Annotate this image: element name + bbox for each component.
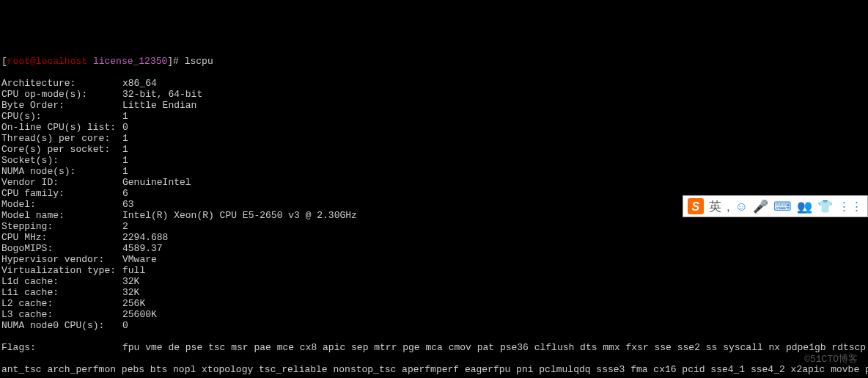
- lscpu-val: 1: [122, 111, 128, 122]
- lscpu-row: Core(s) per socket:1: [1, 144, 868, 155]
- lscpu-val: Intel(R) Xeon(R) CPU E5-2650 v3 @ 2.30GH…: [122, 210, 357, 221]
- lscpu-val: GenuineIntel: [122, 177, 191, 188]
- lscpu-row: Byte Order:Little Endian: [1, 100, 868, 111]
- prompt-at: @: [30, 56, 36, 67]
- lscpu-key: L1d cache:: [1, 276, 122, 287]
- lscpu-val: 0: [122, 122, 128, 133]
- lscpu-key: CPU family:: [1, 188, 122, 199]
- lscpu-key: Core(s) per socket:: [1, 144, 122, 155]
- ime-user-icon[interactable]: 👥: [797, 201, 812, 212]
- lscpu-val: 1: [122, 166, 128, 177]
- lscpu-val: 6: [122, 188, 128, 199]
- lscpu-key: CPU op-mode(s):: [1, 89, 122, 100]
- lscpu-row: Thread(s) per core:1: [1, 133, 868, 144]
- lscpu-val: x86_64: [122, 78, 157, 89]
- lscpu-key: Virtualization type:: [1, 265, 122, 276]
- prompt-host: localhost: [36, 56, 87, 67]
- lscpu-row: Stepping:2: [1, 221, 868, 232]
- prompt-user: root: [7, 56, 30, 67]
- lscpu-key: On-line CPU(s) list:: [1, 122, 122, 133]
- lscpu-key: Byte Order:: [1, 100, 122, 111]
- lscpu-key: NUMA node(s):: [1, 166, 122, 177]
- flags-label: Flags:: [1, 342, 122, 353]
- lscpu-key: Model name:: [1, 210, 122, 221]
- lscpu-row: L1d cache:32K: [1, 276, 868, 287]
- lscpu-val: 25600K: [122, 309, 157, 320]
- lscpu-row: Vendor ID:GenuineIntel: [1, 177, 868, 188]
- lscpu-key: CPU MHz:: [1, 232, 122, 243]
- watermark: ©51CTO博客: [804, 354, 858, 365]
- lscpu-val: 2: [122, 221, 128, 232]
- lscpu-val: 32K: [122, 287, 139, 298]
- ime-menu-icon[interactable]: ⋮⋮: [838, 201, 863, 212]
- lscpu-row: Virtualization type:full: [1, 265, 868, 276]
- lscpu-val: 2294.688: [122, 232, 168, 243]
- lscpu-key: NUMA node0 CPU(s):: [1, 320, 122, 331]
- ime-logo-icon[interactable]: S: [688, 198, 704, 214]
- lscpu-val: 4589.37: [122, 243, 163, 254]
- ime-keyboard-icon[interactable]: ⌨: [773, 201, 792, 212]
- lscpu-key: L1i cache:: [1, 287, 122, 298]
- lscpu-row: Architecture:x86_64: [1, 78, 868, 89]
- cmd-lscpu: lscpu: [185, 56, 213, 67]
- ime-voice-icon[interactable]: 🎤: [753, 201, 768, 212]
- flags-text-0: fpu vme de pse tsc msr pae mce cx8 apic …: [122, 342, 868, 353]
- lscpu-key: Vendor ID:: [1, 177, 122, 188]
- lscpu-key: Stepping:: [1, 221, 122, 232]
- lscpu-key: L3 cache:: [1, 309, 122, 320]
- bracket-close: ]#: [167, 56, 179, 67]
- lscpu-row: CPU(s):1: [1, 111, 868, 122]
- lscpu-row: CPU op-mode(s):32-bit, 64-bit: [1, 89, 868, 100]
- ime-skin-icon[interactable]: 👕: [817, 201, 833, 212]
- ime-punct-toggle[interactable]: ,: [727, 201, 730, 212]
- lscpu-key: Architecture:: [1, 78, 122, 89]
- lscpu-val: 1: [122, 144, 128, 155]
- lscpu-row: Socket(s):1: [1, 155, 868, 166]
- flags-line-2: ant_tsc arch_perfmon pebs bts nopl xtopo…: [1, 364, 868, 375]
- lscpu-val: Little Endian: [122, 100, 196, 111]
- lscpu-row: Hypervisor vendor:VMware: [1, 254, 868, 265]
- lscpu-val: 1: [122, 133, 128, 144]
- lscpu-val: VMware: [122, 254, 157, 265]
- lscpu-key: CPU(s):: [1, 111, 122, 122]
- lscpu-key: Socket(s):: [1, 155, 122, 166]
- prompt-line-1: [root@localhost license_12350]# lscpu: [1, 56, 868, 67]
- lscpu-val: 32K: [122, 276, 139, 287]
- lscpu-key: L2 cache:: [1, 298, 122, 309]
- lscpu-row: NUMA node(s):1: [1, 166, 868, 177]
- lscpu-row: NUMA node0 CPU(s):0: [1, 320, 868, 331]
- lscpu-val: full: [122, 265, 145, 276]
- lscpu-val: 0: [122, 320, 128, 331]
- bracket-open: [: [1, 56, 7, 67]
- lscpu-row: L2 cache:256K: [1, 298, 868, 309]
- lscpu-row: L3 cache:25600K: [1, 309, 868, 320]
- lscpu-row: CPU MHz:2294.688: [1, 232, 868, 243]
- ime-emoji-icon[interactable]: ☺: [735, 201, 748, 212]
- lscpu-key: Model:: [1, 199, 122, 210]
- lscpu-row: On-line CPU(s) list:0: [1, 122, 868, 133]
- lscpu-val: 256K: [122, 298, 145, 309]
- lscpu-key: BogoMIPS:: [1, 243, 122, 254]
- flags-line-1: Flags:fpu vme de pse tsc msr pae mce cx8…: [1, 342, 868, 353]
- lscpu-key: Thread(s) per core:: [1, 133, 122, 144]
- lscpu-val: 32-bit, 64-bit: [122, 89, 202, 100]
- lscpu-row: BogoMIPS:4589.37: [1, 243, 868, 254]
- lscpu-val: 1: [122, 155, 128, 166]
- lscpu-val: 63: [122, 199, 134, 210]
- ime-toolbar[interactable]: S 英 , ☺ 🎤 ⌨ 👥 👕 ⋮⋮: [683, 195, 868, 217]
- lscpu-row: L1i cache:32K: [1, 287, 868, 298]
- lscpu-key: Hypervisor vendor:: [1, 254, 122, 265]
- ime-lang-toggle[interactable]: 英: [709, 201, 721, 212]
- prompt-dir: license_12350: [93, 56, 167, 67]
